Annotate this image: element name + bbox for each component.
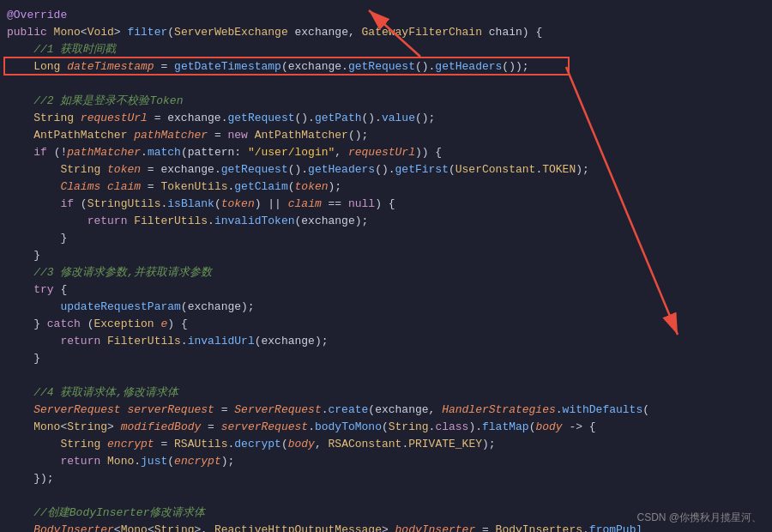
code-line-3: //1 获取时间戳 xyxy=(0,41,772,58)
code-line-24: ServerRequest serverRequest = ServerRequ… xyxy=(0,402,772,419)
annotation: @Override xyxy=(7,7,67,24)
code-line-19: } catch (Exception e) { xyxy=(0,316,772,333)
code-line-16: //3 修改请求参数,并获取请求参数 xyxy=(0,264,772,281)
code-line-12: if (StringUtils.isBlank(token) || claim … xyxy=(0,196,772,213)
code-line-1: @Override xyxy=(0,7,772,24)
code-line-9: if (!pathMatcher.match(pattern: "/user/l… xyxy=(0,144,772,161)
code-line-6: //2 如果是登录不校验Token xyxy=(0,93,772,110)
code-line-26: String encrypt = RSAUtils.decrypt(body, … xyxy=(0,436,772,453)
code-line-7: String requestUrl = exchange.getRequest(… xyxy=(0,110,772,127)
code-line-23: //4 获取请求体,修改请求体 xyxy=(0,384,772,402)
code-container: @Override public Mono<Void> filter(Serve… xyxy=(0,0,772,532)
code-line-13: return FilterUtils.invalidToken(exchange… xyxy=(0,213,772,230)
code-line-29 xyxy=(0,487,772,505)
code-line-10: String token = exchange.getRequest().get… xyxy=(0,161,772,178)
code-line-14: } xyxy=(0,230,772,247)
code-line-21: } xyxy=(0,350,772,367)
code-line-15: } xyxy=(0,247,772,264)
code-line-5 xyxy=(0,76,772,93)
code-line-22 xyxy=(0,367,772,384)
watermark: CSDN @你携秋月揽星河、 xyxy=(636,511,762,525)
code-line-25: Mono<String> modifiedBody = serverReques… xyxy=(0,419,772,436)
code-line-20: return FilterUtils.invalidUrl(exchange); xyxy=(0,333,772,350)
code-line-2: public Mono<Void> filter(ServerWebExchan… xyxy=(0,24,772,41)
code-line-8: AntPathMatcher pathMatcher = new AntPath… xyxy=(0,127,772,144)
code-line-17: try { xyxy=(0,281,772,299)
code-line-18: updateRequestParam(exchange); xyxy=(0,299,772,316)
code-line-11: Claims claim = TokenUtils.getClaim(token… xyxy=(0,178,772,196)
code-line-4: Long dateTimestamp = getDateTimestamp(ex… xyxy=(0,58,772,76)
code-line-27: return Mono.just(encrypt); xyxy=(0,453,772,470)
keyword-public: public xyxy=(7,24,54,41)
code-line-28: }); xyxy=(0,470,772,487)
